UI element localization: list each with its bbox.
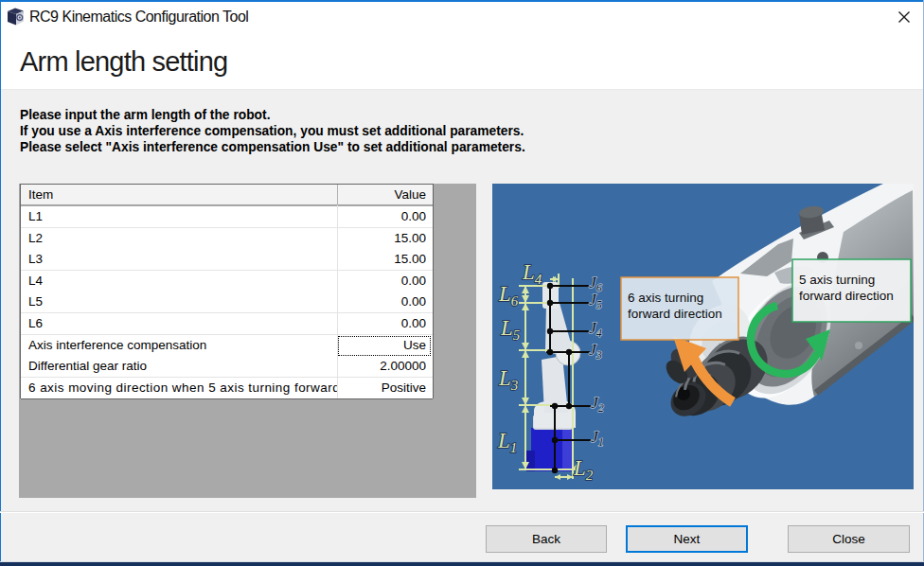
svg-text:5 axis turning: 5 axis turning [799,273,875,287]
svg-text:forward direction: forward direction [628,307,722,321]
svg-text:6 axis turning: 6 axis turning [628,291,703,305]
svg-text:forward direction: forward direction [799,289,894,303]
